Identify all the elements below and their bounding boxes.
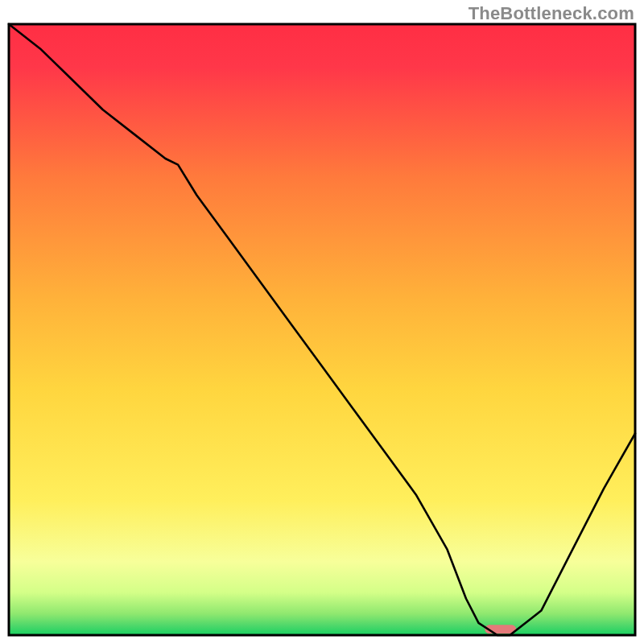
watermark-text: TheBottleneck.com — [469, 3, 634, 24]
bottleneck-chart — [0, 0, 644, 644]
chart-canvas — [0, 0, 644, 644]
gradient-background — [9, 24, 635, 635]
